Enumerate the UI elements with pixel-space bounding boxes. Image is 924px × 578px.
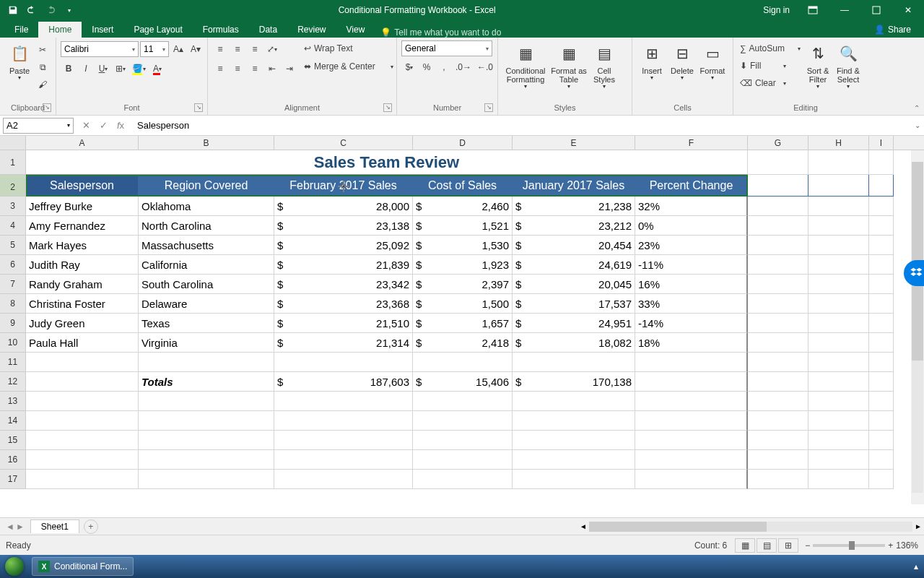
cell[interactable] xyxy=(869,275,894,294)
cell[interactable] xyxy=(139,353,274,372)
cell-jan[interactable]: $24,619 xyxy=(513,255,635,275)
number-dialog-icon[interactable]: ↘ xyxy=(484,103,493,112)
tray-chevron-icon[interactable]: ▴ xyxy=(914,561,918,571)
cell[interactable] xyxy=(869,255,894,275)
totals-cost[interactable]: $15,406 xyxy=(413,372,513,392)
new-sheet-button[interactable]: + xyxy=(84,519,98,534)
column-header-D[interactable]: D xyxy=(413,136,513,150)
view-normal-icon[interactable]: ▦ xyxy=(735,538,755,553)
cell-feb[interactable]: $21,839 xyxy=(274,255,413,275)
cell[interactable] xyxy=(635,392,748,411)
header-cell[interactable]: Percent Change xyxy=(635,175,748,197)
cell[interactable] xyxy=(26,372,139,392)
conditional-formatting-button[interactable]: ▦Conditional Formatting▾ xyxy=(502,40,549,92)
cell[interactable] xyxy=(26,470,139,489)
cell[interactable] xyxy=(869,353,894,372)
cell[interactable] xyxy=(413,450,513,470)
cell-feb[interactable]: $28,000 xyxy=(274,197,413,216)
header-cell[interactable]: February 2017 Sales xyxy=(274,175,413,197)
cell[interactable] xyxy=(808,392,869,411)
font-name-combo[interactable]: Calibri▾ xyxy=(61,41,139,57)
select-all-corner[interactable] xyxy=(0,136,26,150)
view-page-break-icon[interactable]: ⊞ xyxy=(778,538,798,553)
cell[interactable] xyxy=(413,353,513,372)
increase-indent-icon[interactable]: ⇥ xyxy=(282,61,297,77)
tab-insert[interactable]: Insert xyxy=(82,22,123,38)
header-cell[interactable]: Cost of Sales xyxy=(413,175,513,197)
cell[interactable] xyxy=(635,411,748,431)
clipboard-dialog-icon[interactable]: ↘ xyxy=(43,103,51,112)
cell[interactable] xyxy=(869,372,894,392)
share-button[interactable]: 👤 Share xyxy=(868,22,917,38)
row-header[interactable]: 9 xyxy=(0,314,26,333)
cell[interactable] xyxy=(748,236,808,255)
column-header-A[interactable]: A xyxy=(26,136,139,150)
header-cell[interactable]: Salesperson xyxy=(26,175,139,197)
cell[interactable] xyxy=(513,431,635,450)
cell[interactable] xyxy=(513,353,635,372)
insert-cells-button[interactable]: ⊞Insert▾ xyxy=(637,40,667,83)
qat-customize-icon[interactable]: ▾ xyxy=(61,2,78,18)
decrease-font-icon[interactable]: A▾ xyxy=(188,41,204,57)
cell-cost[interactable]: $2,418 xyxy=(413,333,513,353)
sign-in-link[interactable]: Sign in xyxy=(756,5,797,15)
cell-region[interactable]: North Carolina xyxy=(139,216,274,236)
cell-pct[interactable]: 32% xyxy=(635,197,748,216)
cell[interactable] xyxy=(808,255,869,275)
cell[interactable] xyxy=(26,450,139,470)
format-painter-icon[interactable]: 🖌 xyxy=(35,77,51,92)
cell[interactable] xyxy=(808,450,869,470)
row-header[interactable]: 14 xyxy=(0,411,26,431)
cell[interactable] xyxy=(808,197,869,216)
title-cell[interactable]: Sales Team Review xyxy=(26,150,748,175)
cell-name[interactable]: Judith Ray xyxy=(26,255,139,275)
cell-cost[interactable]: $2,460 xyxy=(413,197,513,216)
cell[interactable] xyxy=(513,450,635,470)
comma-format-icon[interactable]: , xyxy=(436,59,452,75)
cell[interactable] xyxy=(274,431,413,450)
cell[interactable] xyxy=(808,314,869,333)
cell-cost[interactable]: $1,657 xyxy=(413,314,513,333)
paste-button[interactable]: 📋 Paste▾ xyxy=(4,40,35,83)
cell[interactable] xyxy=(808,372,869,392)
view-page-layout-icon[interactable]: ▤ xyxy=(757,538,777,553)
cell[interactable] xyxy=(748,411,808,431)
cell[interactable] xyxy=(513,411,635,431)
cancel-formula-icon[interactable]: ✕ xyxy=(78,118,94,134)
cell[interactable] xyxy=(413,411,513,431)
row-header[interactable]: 16 xyxy=(0,450,26,470)
cell[interactable] xyxy=(869,333,894,353)
cell[interactable] xyxy=(869,411,894,431)
cell[interactable] xyxy=(748,470,808,489)
cell[interactable] xyxy=(274,450,413,470)
increase-font-icon[interactable]: A▴ xyxy=(170,41,186,57)
italic-button[interactable]: I xyxy=(78,61,94,77)
cell[interactable] xyxy=(139,392,274,411)
cell-jan[interactable]: $18,082 xyxy=(513,333,635,353)
cell-pct[interactable]: -14% xyxy=(635,314,748,333)
cell-name[interactable]: Christina Foster xyxy=(26,294,139,314)
cell-styles-button[interactable]: ▤Cell Styles▾ xyxy=(589,40,619,92)
cell[interactable] xyxy=(635,372,748,392)
vertical-scrollbar[interactable] xyxy=(911,150,924,504)
undo-icon[interactable] xyxy=(23,2,40,18)
align-right-icon[interactable]: ≡ xyxy=(247,61,263,77)
insert-function-icon[interactable]: fx xyxy=(113,118,128,134)
dropbox-badge-icon[interactable] xyxy=(904,260,924,286)
increase-decimal-icon[interactable]: .0→ xyxy=(453,59,474,75)
tab-review[interactable]: Review xyxy=(287,22,336,38)
cell-cost[interactable]: $1,923 xyxy=(413,255,513,275)
row-header[interactable]: 8 xyxy=(0,294,26,314)
clear-button[interactable]: ⌫Clear▾ xyxy=(738,75,788,91)
cell[interactable] xyxy=(808,275,869,294)
copy-icon[interactable]: ⧉ xyxy=(35,59,51,75)
cell-feb[interactable]: $23,138 xyxy=(274,216,413,236)
cell[interactable] xyxy=(139,431,274,450)
cell[interactable] xyxy=(869,314,894,333)
taskbar-excel-button[interactable]: XConditional Form... xyxy=(32,557,134,576)
border-button[interactable]: ⊞▾ xyxy=(113,61,128,77)
decrease-indent-icon[interactable]: ⇤ xyxy=(264,61,280,77)
percent-format-icon[interactable]: % xyxy=(419,59,435,75)
cell-jan[interactable]: $24,951 xyxy=(513,314,635,333)
cell[interactable] xyxy=(748,175,808,197)
